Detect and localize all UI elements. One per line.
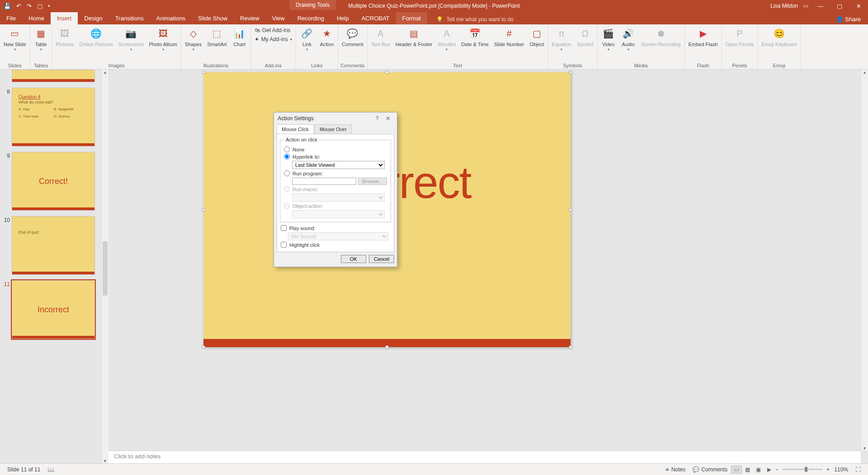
radio-none-input[interactable]	[284, 146, 290, 152]
embed-flash-button[interactable]: ▶Embed Flash	[686, 25, 721, 62]
cancel-button[interactable]: Cancel	[369, 255, 394, 263]
selection-handle[interactable]	[202, 71, 205, 74]
share-button[interactable]: 👤 Share	[829, 14, 868, 24]
symbol-button[interactable]: ΩSymbol	[574, 25, 596, 62]
close-window-icon[interactable]: ✕	[852, 3, 865, 9]
slide-thumbnail-9[interactable]: Correct!	[12, 152, 95, 211]
selection-handle[interactable]	[385, 345, 389, 349]
tab-mouse-over[interactable]: Mouse Over	[315, 124, 352, 134]
open-pexels-button[interactable]: POpen Pexels	[723, 25, 757, 62]
action-button[interactable]: ★Action	[317, 25, 337, 62]
redo-icon[interactable]: ↷	[27, 3, 32, 9]
radio-none[interactable]: None	[284, 146, 387, 152]
tab-acrobat[interactable]: ACROBAT	[355, 12, 396, 24]
tab-animations[interactable]: Animations	[150, 12, 192, 24]
hyperlink-select[interactable]: Last Slide Viewed	[292, 161, 385, 169]
shapes-button[interactable]: ◇Shapes▾	[182, 25, 204, 62]
normal-view-icon[interactable]: ▭	[731, 466, 742, 474]
tab-recording[interactable]: Recording	[291, 12, 330, 24]
tab-mouse-click[interactable]: Mouse Click	[277, 124, 314, 134]
comment-button[interactable]: 💬Comment	[339, 25, 366, 62]
tab-help[interactable]: Help	[330, 12, 355, 24]
screenshot-button[interactable]: 📷Screenshot▾	[116, 25, 146, 62]
object-button[interactable]: ▢Object	[527, 25, 547, 62]
slide-thumbnail-7[interactable]	[12, 70, 95, 82]
slide-sorter-view-icon[interactable]: ▦	[742, 466, 753, 474]
ok-button[interactable]: OK	[341, 255, 366, 263]
run-program-input[interactable]	[292, 178, 356, 185]
tab-design[interactable]: Design	[78, 12, 108, 24]
tab-format[interactable]: Format	[396, 12, 427, 24]
scroll-up-icon[interactable]: ▴	[861, 70, 868, 75]
new-slide-button[interactable]: ▭New Slide▾	[1, 25, 29, 62]
slide-thumbnail-8[interactable]: Question 4 What do cows eat? A. Hay B. S…	[12, 88, 95, 146]
selection-handle[interactable]	[569, 208, 572, 212]
tell-me-search[interactable]: 💡 Tell me what you want to do	[436, 16, 514, 24]
slideshow-view-icon[interactable]: ▶	[764, 466, 774, 474]
tab-file[interactable]: File	[0, 12, 22, 24]
table-button[interactable]: ▦Table▾	[31, 25, 51, 62]
wordart-button[interactable]: AWordArt▾	[435, 25, 458, 62]
undo-icon[interactable]: ↶	[16, 3, 21, 9]
highlight-click-checkbox[interactable]: Highlight click	[281, 242, 391, 248]
dialog-help-icon[interactable]: ?	[372, 115, 382, 122]
slide-counter[interactable]: Slide 11 of 11	[4, 466, 44, 473]
save-icon[interactable]: 💾	[4, 3, 11, 9]
minimize-icon[interactable]: —	[814, 3, 827, 9]
start-from-beginning-icon[interactable]: ▢	[37, 3, 42, 9]
selection-handle[interactable]	[385, 71, 389, 74]
tab-view[interactable]: View	[266, 12, 291, 24]
selection-handle[interactable]	[202, 208, 205, 212]
equation-button[interactable]: πEquation▾	[549, 25, 574, 62]
scroll-down-icon[interactable]: ▾	[102, 458, 108, 463]
thumbnails-scrollbar[interactable]: ▴ ▾	[101, 70, 108, 463]
canvas-scrollbar[interactable]: ▴ ▾	[861, 70, 868, 451]
date-time-button[interactable]: 📅Date & Time	[458, 25, 491, 62]
smartart-button[interactable]: ⬚SmartArt	[204, 25, 229, 62]
screen-recording-button[interactable]: ⏺Screen Recording	[638, 25, 684, 62]
zoom-level[interactable]: 110%	[830, 466, 852, 473]
user-name[interactable]: Lisa Mildon	[770, 3, 798, 9]
fit-to-window-icon[interactable]: ⛶	[852, 466, 864, 473]
photo-album-button[interactable]: 🖼Photo Album▾	[146, 25, 180, 62]
tab-home[interactable]: Home	[22, 12, 51, 24]
slide-thumbnail-10[interactable]: End of quiz	[12, 216, 95, 275]
spell-check-icon[interactable]: 📖	[44, 466, 58, 473]
online-pictures-button[interactable]: 🌐Online Pictures	[76, 25, 116, 62]
zoom-slider[interactable]	[782, 469, 823, 470]
dialog-titlebar[interactable]: Action Settings ? ✕	[274, 113, 397, 124]
selection-handle[interactable]	[569, 345, 572, 349]
radio-run-program[interactable]: Run program:	[284, 170, 387, 176]
slide-number-button[interactable]: #Slide Number	[491, 25, 527, 62]
play-sound-checkbox[interactable]: Play sound:	[281, 225, 391, 231]
maximize-icon[interactable]: ▢	[833, 3, 846, 9]
tab-transitions[interactable]: Transitions	[109, 12, 150, 24]
my-addins-button[interactable]: ✦My Add-ins▾	[255, 36, 292, 42]
scrollbar-thumb[interactable]	[103, 241, 108, 296]
tab-review[interactable]: Review	[234, 12, 266, 24]
audio-button[interactable]: 🔊Audio▾	[618, 25, 638, 62]
reading-view-icon[interactable]: ▣	[753, 466, 764, 474]
scroll-down-icon[interactable]: ▾	[861, 446, 868, 451]
text-box-button[interactable]: AText Box	[368, 25, 393, 62]
tab-slideshow[interactable]: Slide Show	[192, 12, 234, 24]
browse-button[interactable]: Browse...	[358, 178, 387, 185]
radio-run-program-input[interactable]	[284, 170, 290, 176]
zoom-in-icon[interactable]: +	[826, 466, 830, 473]
selection-handle[interactable]	[202, 345, 205, 349]
emoji-keyboard-button[interactable]: 😊Emoji Keyboard	[759, 25, 799, 62]
tab-insert[interactable]: Insert	[51, 12, 78, 24]
scroll-up-icon[interactable]: ▴	[102, 70, 108, 75]
radio-hyperlink-input[interactable]	[284, 154, 290, 160]
header-footer-button[interactable]: ▤Header & Footer	[393, 25, 435, 62]
notes-toggle[interactable]: ≐Notes	[661, 466, 689, 473]
notes-pane[interactable]: Click to add notes	[108, 451, 861, 463]
radio-hyperlink[interactable]: Hyperlink to:	[284, 154, 387, 160]
video-button[interactable]: 🎬Video▾	[599, 25, 618, 62]
zoom-out-icon[interactable]: −	[774, 466, 779, 473]
zoom-slider-thumb[interactable]	[805, 467, 807, 472]
link-button[interactable]: 🔗Link▾	[297, 25, 317, 62]
selection-handle[interactable]	[569, 71, 572, 74]
chart-button[interactable]: 📊Chart	[230, 25, 250, 62]
comments-toggle[interactable]: 💬Comments	[689, 466, 731, 473]
